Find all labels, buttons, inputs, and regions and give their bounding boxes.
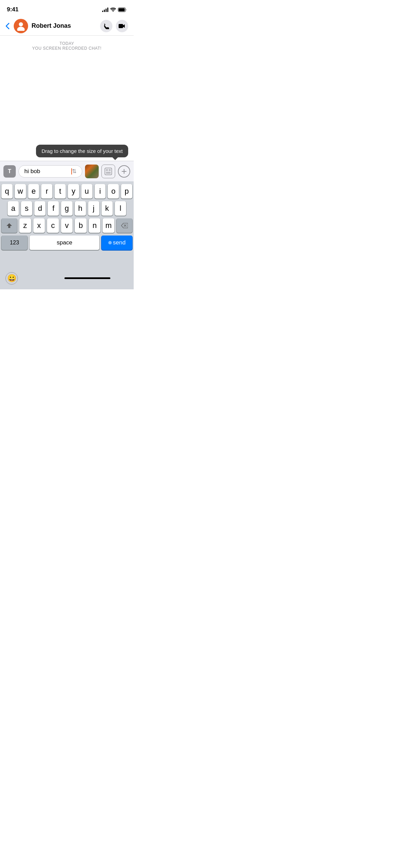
status-icons — [102, 7, 127, 12]
key-r[interactable]: r — [41, 184, 52, 198]
status-bar: 9:41 — [0, 0, 134, 16]
signal-icon — [102, 7, 108, 12]
key-y[interactable]: y — [68, 184, 79, 198]
nav-header: Robert Jonas — [0, 16, 134, 36]
message-input-text: hi bob — [24, 168, 71, 175]
sticker-button[interactable] — [101, 165, 115, 178]
text-format-label: T — [8, 168, 11, 174]
key-o[interactable]: o — [108, 184, 119, 198]
header-actions — [100, 20, 128, 32]
keyboard-bottom-row: 123 space send — [1, 236, 132, 253]
key-n[interactable]: n — [89, 218, 101, 233]
chevron-updown-icon[interactable]: ⇅ — [72, 168, 76, 174]
space-key[interactable]: space — [29, 236, 99, 250]
date-text: TODAY — [5, 41, 128, 46]
key-q[interactable]: q — [1, 184, 13, 198]
key-f[interactable]: f — [48, 201, 59, 216]
wifi-icon — [110, 8, 116, 12]
svg-rect-6 — [106, 169, 108, 171]
contact-name: Robert Jonas — [32, 22, 71, 29]
key-m[interactable]: m — [102, 218, 114, 233]
contact-info[interactable]: Robert Jonas — [14, 19, 100, 33]
input-bar: T hi bob ⇅ — [0, 161, 134, 181]
key-c[interactable]: c — [47, 218, 59, 233]
home-indicator — [64, 277, 110, 279]
key-l[interactable]: l — [115, 201, 126, 216]
svg-rect-7 — [109, 169, 111, 171]
numbers-key[interactable]: 123 — [1, 236, 27, 250]
video-button[interactable] — [116, 20, 128, 32]
date-label: TODAY YOU SCREEN RECORDED CHAT! — [5, 41, 128, 51]
key-w[interactable]: w — [15, 184, 26, 198]
svg-rect-4 — [119, 24, 123, 28]
key-u[interactable]: u — [81, 184, 93, 198]
send-label: send — [113, 239, 126, 246]
battery-icon — [118, 8, 127, 12]
text-format-button[interactable]: T — [3, 165, 16, 178]
svg-rect-1 — [119, 8, 125, 11]
shift-key[interactable] — [1, 218, 17, 233]
keyboard-row-2: a s d f g h j k l — [1, 201, 132, 216]
delete-key[interactable] — [117, 218, 132, 233]
key-e[interactable]: e — [28, 184, 39, 198]
chat-area: TODAY YOU SCREEN RECORDED CHAT! — [0, 36, 134, 145]
key-g[interactable]: g — [61, 201, 72, 216]
key-s[interactable]: s — [21, 201, 32, 216]
add-button[interactable] — [118, 165, 130, 178]
notification-text: YOU SCREEN RECORDED CHAT! — [5, 46, 128, 51]
back-button[interactable] — [5, 21, 12, 31]
tooltip: Drag to change the size of your text — [36, 145, 128, 157]
key-t[interactable]: t — [54, 184, 66, 198]
keyboard-row-1: q w e r t y u i o p — [1, 184, 132, 198]
key-d[interactable]: d — [34, 201, 46, 216]
main-layout: 9:41 — [0, 0, 134, 289]
message-input-wrapper[interactable]: hi bob ⇅ — [19, 165, 82, 178]
key-x[interactable]: x — [33, 218, 45, 233]
call-button[interactable] — [100, 20, 112, 32]
svg-point-3 — [17, 27, 25, 31]
key-b[interactable]: b — [75, 218, 87, 233]
tooltip-container: Drag to change the size of your text — [0, 145, 134, 157]
svg-rect-8 — [106, 172, 111, 174]
key-k[interactable]: k — [101, 201, 113, 216]
keyboard-row-3: z x c v b n m — [1, 218, 132, 233]
tooltip-text: Drag to change the size of your text — [41, 148, 123, 154]
emoji-bar: 😀 — [0, 270, 134, 289]
status-time: 9:41 — [7, 6, 19, 13]
key-i[interactable]: i — [95, 184, 106, 198]
media-thumbnail[interactable] — [85, 165, 99, 178]
send-key[interactable]: send — [101, 236, 132, 250]
key-j[interactable]: j — [88, 201, 99, 216]
avatar — [14, 19, 28, 33]
emoji-button[interactable]: 😀 — [5, 272, 18, 285]
key-h[interactable]: h — [75, 201, 86, 216]
key-p[interactable]: p — [121, 184, 132, 198]
key-z[interactable]: z — [19, 218, 31, 233]
keyboard: q w e r t y u i o p a s d f g h j k l — [0, 181, 134, 270]
send-dot — [108, 241, 112, 244]
key-v[interactable]: v — [61, 218, 73, 233]
key-a[interactable]: a — [8, 201, 19, 216]
svg-point-2 — [19, 22, 23, 26]
